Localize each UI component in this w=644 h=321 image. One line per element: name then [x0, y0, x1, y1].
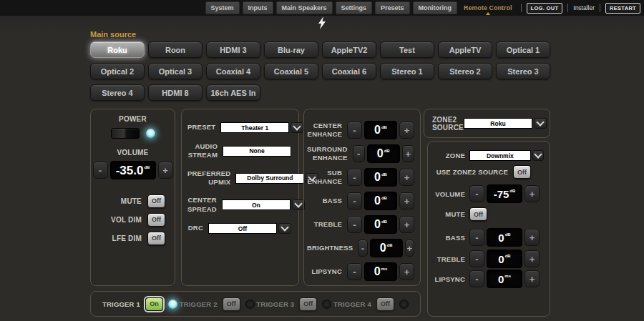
- source-button[interactable]: Coaxial 5: [264, 63, 318, 79]
- decrement-button[interactable]: -: [347, 216, 362, 233]
- trigger-4-led: [399, 300, 409, 309]
- source-button[interactable]: Coaxial 6: [322, 63, 376, 79]
- center-enhance-label: CENTER ENHANCE: [307, 122, 342, 139]
- main-volume-spinner: - -35.0 dB +: [93, 161, 173, 179]
- volume-increment-button[interactable]: +: [158, 162, 173, 179]
- source-button[interactable]: AppleTV: [438, 41, 492, 58]
- source-button[interactable]: AppleTV2: [322, 41, 376, 58]
- source-button[interactable]: 16ch AES In: [206, 84, 260, 101]
- source-grid: Roku Roon HDMI 3 Blu-ray AppleTV2 Test A…: [90, 41, 557, 101]
- logout-button[interactable]: LOG. OUT: [527, 3, 563, 14]
- bass-label: BASS: [307, 197, 342, 205]
- vol-dim-toggle-button[interactable]: Off: [147, 213, 165, 227]
- center-enhance-display: 0dB: [364, 121, 397, 139]
- source-button-roku[interactable]: Roku: [90, 41, 145, 58]
- zone-bass-label: BASS: [434, 234, 465, 242]
- preset-select[interactable]: Theater 1: [220, 122, 289, 133]
- main-source-heading: Main source: [90, 30, 136, 39]
- use-zone2-source-toggle-button[interactable]: Off: [513, 165, 531, 179]
- zone-lipsync-increment-button[interactable]: +: [525, 270, 540, 287]
- top-nav: System Inputs Main Speakers Settings Pre…: [205, 1, 641, 14]
- increment-button[interactable]: +: [399, 169, 414, 186]
- decrement-button[interactable]: -: [347, 122, 362, 139]
- source-button[interactable]: Optical 3: [148, 63, 203, 79]
- trigger-panel: TRIGGER 1 On TRIGGER 2 Off TRIGGER 3 Off…: [90, 291, 421, 317]
- trigger-4-toggle-button[interactable]: Off: [376, 297, 394, 311]
- zone-lipsync-decrement-button[interactable]: -: [469, 270, 484, 287]
- divider: [600, 4, 600, 12]
- increment-button[interactable]: +: [399, 122, 414, 139]
- power-label: POWER: [119, 115, 147, 123]
- volume-display: -35.0 dB: [110, 161, 156, 179]
- chevron-down-icon[interactable]: [534, 118, 547, 129]
- decrement-button[interactable]: -: [347, 169, 362, 186]
- zone-bass-display: 0dB: [487, 228, 522, 247]
- zone-bass-increment-button[interactable]: +: [525, 229, 540, 246]
- top-bar: System Inputs Main Speakers Settings Pre…: [0, 0, 644, 16]
- source-button[interactable]: Stereo 3: [496, 63, 550, 79]
- tab-settings[interactable]: Settings: [336, 1, 373, 14]
- zone2-source-select[interactable]: Roku: [464, 118, 532, 129]
- zone2-source-panel: ZONE2 SOURCE Roku: [424, 109, 550, 138]
- preset-panel: PRESET Theater 1 AUDIO STREAM None PREFE…: [181, 109, 299, 286]
- source-button[interactable]: Roon: [148, 41, 203, 58]
- chevron-down-icon[interactable]: [278, 223, 291, 234]
- increment-button[interactable]: +: [399, 192, 414, 209]
- trigger-3-label: TRIGGER 3: [256, 300, 294, 308]
- restart-button[interactable]: RESTART: [605, 3, 640, 14]
- trigger-3-led: [322, 300, 331, 309]
- decrement-button[interactable]: -: [353, 145, 365, 162]
- tab-system[interactable]: System: [205, 1, 240, 14]
- trigger-2-toggle-button[interactable]: Off: [223, 297, 240, 311]
- mute-toggle-button[interactable]: Off: [147, 194, 165, 208]
- trigger-3-toggle-button[interactable]: Off: [299, 297, 317, 311]
- decrement-button[interactable]: -: [358, 239, 367, 257]
- center-spread-select[interactable]: On: [222, 199, 291, 210]
- source-button[interactable]: Blu-ray: [264, 41, 318, 58]
- power-led: [146, 129, 155, 138]
- lfe-dim-toggle-button[interactable]: Off: [147, 232, 165, 245]
- source-button[interactable]: Test: [380, 41, 434, 58]
- tab-remote-control[interactable]: Remote Control: [460, 2, 516, 14]
- drc-select[interactable]: Off: [208, 223, 277, 234]
- zone-treble-decrement-button[interactable]: -: [469, 250, 484, 267]
- zone-bass-decrement-button[interactable]: -: [469, 229, 484, 246]
- zone-volume-label: VOLUME: [434, 190, 465, 198]
- source-button[interactable]: Stereo 4: [90, 84, 145, 101]
- zone-mute-toggle-button[interactable]: Off: [469, 207, 487, 221]
- source-button[interactable]: Coaxial 4: [206, 63, 260, 79]
- increment-button[interactable]: +: [405, 239, 414, 257]
- use-zone2-source-label: USE ZONE2 SOURCE: [436, 168, 508, 176]
- sub-enhance-display: 0dB: [364, 168, 397, 187]
- source-button[interactable]: HDMI 8: [148, 84, 203, 101]
- divider: [521, 4, 522, 12]
- increment-button[interactable]: +: [399, 216, 414, 233]
- chevron-down-icon[interactable]: [532, 150, 544, 161]
- decrement-button[interactable]: -: [347, 192, 362, 209]
- increment-button[interactable]: +: [399, 263, 414, 280]
- trigger-1-toggle-button[interactable]: On: [145, 297, 163, 311]
- audio-stream-display: None: [223, 146, 291, 157]
- tab-main-speakers[interactable]: Main Speakers: [276, 1, 333, 14]
- zone-volume-increment-button[interactable]: +: [525, 185, 540, 202]
- zone-treble-increment-button[interactable]: +: [525, 250, 540, 267]
- tab-inputs[interactable]: Inputs: [243, 1, 273, 14]
- decrement-button[interactable]: -: [347, 263, 362, 280]
- zone2-source-label: ZONE2 SOURCE: [432, 116, 464, 132]
- volume-decrement-button[interactable]: -: [93, 162, 108, 179]
- tab-presets[interactable]: Presets: [375, 1, 410, 14]
- preferred-upmix-select[interactable]: Dolby Surround: [235, 173, 304, 184]
- source-button[interactable]: Stereo 2: [438, 63, 492, 79]
- chevron-down-icon[interactable]: [291, 122, 303, 133]
- power-toggle[interactable]: [111, 128, 140, 139]
- zone-treble-display: 0dB: [487, 250, 522, 268]
- zone-volume-decrement-button[interactable]: -: [469, 185, 484, 202]
- source-button[interactable]: Optical 1: [496, 41, 550, 58]
- tab-monitoring[interactable]: Monitoring: [413, 1, 458, 14]
- source-button[interactable]: Stereo 1: [380, 63, 434, 79]
- source-button[interactable]: HDMI 3: [206, 41, 260, 58]
- lfe-dim-label: LFE DIM: [112, 234, 142, 242]
- source-button[interactable]: Optical 2: [90, 63, 145, 79]
- zone-select[interactable]: Downmix: [469, 150, 531, 161]
- increment-button[interactable]: +: [402, 145, 414, 162]
